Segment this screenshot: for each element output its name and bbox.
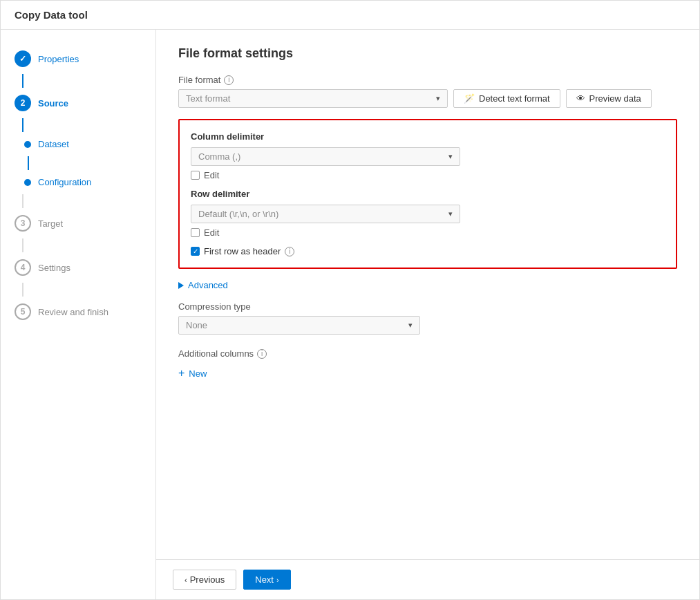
step-circle-settings: 4 [15, 259, 31, 276]
step-circle-target: 3 [15, 215, 31, 232]
chevron-right-icon: › [276, 576, 279, 584]
connector-2 [22, 118, 23, 132]
sidebar-item-settings[interactable]: 4 Settings [1, 252, 155, 283]
content-scroll: File format settings File format i Text … [156, 30, 699, 559]
file-format-select[interactable]: Text format ▾ [178, 89, 448, 108]
compression-select[interactable]: None ▾ [178, 316, 420, 335]
chevron-down-icon: ▾ [436, 94, 440, 103]
first-row-header-info-icon: i [285, 247, 294, 256]
next-button[interactable]: Next › [243, 570, 290, 590]
sidebar-item-dataset[interactable]: Dataset [1, 132, 155, 156]
file-format-controls: Text format ▾ 🪄 Detect text format 👁 Pre… [178, 89, 677, 108]
additional-columns-section: Additional columns i + New [178, 348, 677, 379]
page-title: File format settings [178, 46, 677, 61]
previous-button[interactable]: ‹ Previous [173, 570, 236, 590]
file-format-label: File format i [178, 75, 677, 85]
dot-configuration [24, 179, 31, 186]
compression-row: Compression type None ▾ [178, 301, 677, 335]
title-bar: Copy Data tool [1, 1, 699, 30]
sidebar-label-configuration: Configuration [38, 177, 91, 187]
sidebar-item-review[interactable]: 5 Review and finish [1, 297, 155, 327]
eye-icon: 👁 [576, 93, 585, 104]
column-delimiter-chevron-icon: ▾ [448, 152, 453, 161]
wand-icon: 🪄 [464, 93, 475, 104]
column-delimiter-group: Column delimiter Comma (,) ▾ Edit [191, 131, 665, 180]
sidebar-item-target[interactable]: 3 Target [1, 208, 155, 238]
preview-data-button[interactable]: 👁 Preview data [566, 89, 652, 108]
connector-5 [22, 238, 23, 252]
file-format-info-icon: i [224, 75, 234, 85]
add-new-button[interactable]: + New [178, 367, 207, 379]
sidebar-item-configuration[interactable]: Configuration [1, 170, 155, 194]
content-area: File format settings File format i Text … [156, 30, 699, 599]
delimiter-section: Column delimiter Comma (,) ▾ Edit Row de… [178, 119, 677, 269]
column-delimiter-label: Column delimiter [191, 131, 665, 142]
connector-6 [22, 283, 23, 297]
step-circle-properties: ✓ [15, 50, 31, 67]
step-circle-review: 5 [15, 303, 31, 320]
additional-columns-label: Additional columns i [178, 348, 677, 359]
chevron-left-icon: ‹ [185, 576, 187, 584]
step-circle-source: 2 [15, 95, 31, 111]
detect-text-format-button[interactable]: 🪄 Detect text format [453, 89, 560, 108]
file-format-row: File format i Text format ▾ 🪄 Detect tex… [178, 75, 677, 108]
footer: ‹ Previous Next › [156, 559, 699, 599]
row-delimiter-chevron-icon: ▾ [448, 209, 453, 218]
sidebar-label-properties: Properties [38, 54, 79, 64]
row-delimiter-select[interactable]: Default (\r,\n, or \r\n) ▾ [191, 205, 460, 223]
first-row-header-row: ✓ First row as header i [191, 246, 665, 256]
connector-3 [28, 156, 29, 170]
sidebar: ✓ Properties 2 Source Dataset Configu [1, 30, 156, 599]
triangle-icon [178, 282, 184, 289]
column-delimiter-select[interactable]: Comma (,) ▾ [191, 147, 460, 166]
app-title: Copy Data tool [15, 9, 88, 21]
sidebar-item-properties[interactable]: ✓ Properties [1, 44, 155, 74]
compression-label: Compression type [178, 301, 677, 312]
sidebar-label-settings: Settings [38, 263, 70, 273]
row-delimiter-edit-row: Edit [191, 227, 665, 238]
column-delimiter-edit-checkbox[interactable] [191, 171, 200, 180]
first-row-header-label: First row as header [204, 246, 281, 256]
sidebar-item-source[interactable]: 2 Source [1, 88, 155, 118]
advanced-row[interactable]: Advanced [178, 280, 677, 290]
sidebar-label-source: Source [38, 98, 68, 109]
sidebar-label-review: Review and finish [38, 307, 108, 317]
sidebar-label-target: Target [38, 218, 63, 229]
row-delimiter-edit-checkbox[interactable] [191, 228, 200, 237]
connector-1 [22, 74, 23, 88]
row-delimiter-label: Row delimiter [191, 189, 665, 199]
column-delimiter-edit-row: Edit [191, 170, 665, 180]
additional-columns-info-icon: i [257, 349, 267, 359]
compression-chevron-icon: ▾ [408, 321, 413, 330]
row-delimiter-group: Row delimiter Default (\r,\n, or \r\n) ▾… [191, 189, 665, 238]
sidebar-label-dataset: Dataset [38, 139, 69, 149]
column-delimiter-edit-label: Edit [204, 170, 219, 180]
connector-4 [22, 194, 23, 208]
first-row-header-checkbox[interactable]: ✓ [191, 247, 200, 256]
row-delimiter-edit-label: Edit [204, 227, 219, 238]
plus-icon: + [178, 367, 185, 379]
dot-dataset [24, 141, 31, 148]
